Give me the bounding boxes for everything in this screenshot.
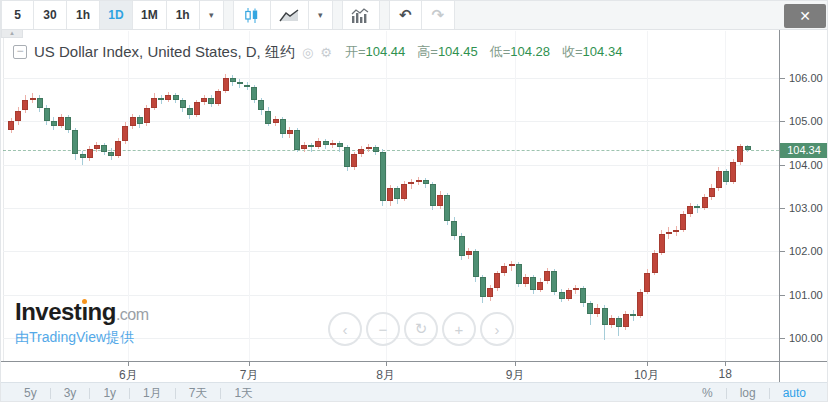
candle-body[interactable] bbox=[51, 121, 57, 125]
scale-button-auto[interactable]: auto bbox=[770, 386, 819, 400]
candle-body[interactable] bbox=[501, 266, 507, 273]
candle-body[interactable] bbox=[594, 308, 600, 315]
candle-body[interactable] bbox=[530, 277, 536, 290]
candle-body[interactable] bbox=[315, 141, 321, 148]
symbol-title[interactable]: US Dollar Index, United States, D, 纽约 bbox=[34, 43, 295, 62]
interval-button-5[interactable]: 5 bbox=[1, 1, 34, 29]
candle-body[interactable] bbox=[566, 290, 572, 299]
candle-body[interactable] bbox=[65, 117, 71, 130]
candle-body[interactable] bbox=[8, 121, 14, 130]
candle-body[interactable] bbox=[187, 108, 193, 115]
candle-body[interactable] bbox=[215, 91, 221, 104]
price-axis-line[interactable] bbox=[779, 30, 780, 382]
candle-body[interactable] bbox=[673, 230, 679, 232]
line-style-button[interactable] bbox=[271, 1, 309, 29]
candle-body[interactable] bbox=[158, 98, 164, 100]
candle-body[interactable] bbox=[30, 98, 36, 100]
close-button[interactable]: ✕ bbox=[784, 4, 826, 28]
candle-body[interactable] bbox=[666, 232, 672, 234]
candle-body[interactable] bbox=[244, 85, 250, 87]
candle-body[interactable] bbox=[144, 108, 150, 123]
candle-body[interactable] bbox=[430, 184, 436, 206]
candle-body[interactable] bbox=[94, 145, 100, 149]
candle-body[interactable] bbox=[80, 154, 86, 158]
reset-view-button[interactable]: ↻ bbox=[404, 312, 438, 346]
candle-body[interactable] bbox=[480, 277, 486, 297]
candle-body[interactable] bbox=[387, 188, 393, 201]
candle-body[interactable] bbox=[473, 251, 479, 277]
candle-body[interactable] bbox=[487, 288, 493, 297]
candle-body[interactable] bbox=[323, 141, 329, 145]
candle-body[interactable] bbox=[180, 100, 186, 109]
scroll-left-button[interactable]: ‹ bbox=[328, 312, 362, 346]
candle-body[interactable] bbox=[644, 273, 650, 293]
interval-button-1d[interactable]: 1D bbox=[100, 1, 133, 29]
range-button-1y[interactable]: 1y bbox=[90, 386, 129, 400]
tradingview-attribution-link[interactable]: 由TradingView提供 bbox=[15, 329, 134, 347]
candle-body[interactable] bbox=[201, 98, 207, 102]
candle-body[interactable] bbox=[444, 195, 450, 221]
candle-body[interactable] bbox=[37, 98, 43, 109]
range-button-1月[interactable]: 1月 bbox=[130, 385, 175, 402]
candle-body[interactable] bbox=[137, 117, 143, 124]
undo-button[interactable]: ↶ bbox=[389, 1, 422, 29]
candle-body[interactable] bbox=[58, 117, 64, 126]
candle-body[interactable] bbox=[401, 184, 407, 199]
candle-body[interactable] bbox=[337, 143, 343, 147]
candle-body[interactable] bbox=[273, 119, 279, 123]
candle-body[interactable] bbox=[702, 197, 708, 208]
interval-button-1m[interactable]: 1M bbox=[133, 1, 167, 29]
scale-button-%[interactable]: % bbox=[689, 386, 726, 400]
candle-body[interactable] bbox=[637, 292, 643, 316]
candle-body[interactable] bbox=[301, 145, 307, 149]
candle-body[interactable] bbox=[130, 117, 136, 126]
visibility-icon[interactable]: ◎ bbox=[302, 45, 313, 60]
candle-body[interactable] bbox=[408, 182, 414, 184]
zoom-out-button[interactable]: − bbox=[366, 312, 400, 346]
candle-body[interactable] bbox=[509, 264, 515, 266]
candle-body[interactable] bbox=[659, 234, 665, 254]
candle-body[interactable] bbox=[115, 141, 121, 156]
interval-button-1h[interactable]: 1h bbox=[167, 1, 200, 29]
candle-body[interactable] bbox=[723, 171, 729, 182]
interval-button-30[interactable]: 30 bbox=[34, 1, 67, 29]
candle-body[interactable] bbox=[630, 314, 636, 316]
candle-body[interactable] bbox=[44, 108, 50, 121]
candle-body[interactable] bbox=[223, 78, 229, 91]
candle-body[interactable] bbox=[330, 143, 336, 145]
zoom-in-button[interactable]: + bbox=[442, 312, 476, 346]
candle-body[interactable] bbox=[609, 318, 615, 325]
candle-body[interactable] bbox=[258, 100, 264, 111]
candle-body[interactable] bbox=[394, 188, 400, 199]
candle-body[interactable] bbox=[122, 126, 128, 141]
candle-body[interactable] bbox=[22, 100, 28, 111]
candle-body[interactable] bbox=[551, 271, 557, 293]
candle-body[interactable] bbox=[287, 130, 293, 134]
scale-button-log[interactable]: log bbox=[727, 386, 769, 400]
investing-logo[interactable]: Investıng.com bbox=[15, 298, 149, 326]
candle-body[interactable] bbox=[380, 152, 386, 202]
candle-body[interactable] bbox=[237, 82, 243, 84]
candle-body[interactable] bbox=[165, 95, 171, 99]
candle-body[interactable] bbox=[559, 292, 565, 299]
interval-button-1h[interactable]: 1h bbox=[67, 1, 100, 29]
candle-body[interactable] bbox=[623, 314, 629, 327]
candle-body[interactable] bbox=[351, 154, 357, 167]
candle-body[interactable] bbox=[544, 271, 550, 282]
candle-body[interactable] bbox=[466, 251, 472, 255]
candle-body[interactable] bbox=[730, 162, 736, 182]
candle-body[interactable] bbox=[687, 206, 693, 215]
toolbar-collapse-tab[interactable]: ▴ bbox=[1, 30, 23, 38]
candle-body[interactable] bbox=[280, 119, 286, 134]
style-dropdown-button[interactable]: ▾ bbox=[309, 1, 333, 29]
redo-button[interactable]: ↷ bbox=[422, 1, 455, 29]
candle-body[interactable] bbox=[251, 87, 257, 100]
candle-body[interactable] bbox=[108, 152, 114, 156]
candle-body[interactable] bbox=[308, 145, 314, 147]
range-button-3y[interactable]: 3y bbox=[51, 386, 90, 400]
candle-body[interactable] bbox=[194, 102, 200, 115]
candle-body[interactable] bbox=[580, 288, 586, 303]
candle-body[interactable] bbox=[451, 221, 457, 236]
range-button-5y[interactable]: 5y bbox=[11, 386, 50, 400]
indicators-button[interactable] bbox=[342, 1, 380, 29]
